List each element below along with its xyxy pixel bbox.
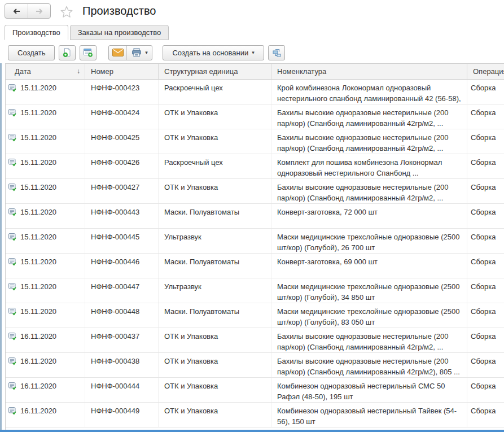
cell-number[interactable]: НФНФ-000447 <box>85 278 159 303</box>
cell-date: 15.11.2020 <box>20 107 56 118</box>
cell-unit[interactable]: Маски. Полуавтоматы <box>159 303 271 328</box>
column-header-date[interactable]: Дата ↓ <box>6 64 85 79</box>
cell-operation[interactable]: Сборка <box>467 328 504 352</box>
window-bottom-edge <box>0 430 504 432</box>
cell-number[interactable]: НФНФ-000438 <box>85 353 159 377</box>
table-row[interactable]: 15.11.2020 НФНФ-000447 Ультразвук Маски … <box>6 278 504 303</box>
cell-operation[interactable]: Сборка <box>467 378 504 402</box>
cell-operation[interactable]: Сборка <box>467 303 504 328</box>
tab-production[interactable]: Производство <box>5 25 68 40</box>
cell-operation[interactable]: Сборка <box>467 254 504 278</box>
cell-nomenclature[interactable]: Бахилы высокие одноразовые нестерильные … <box>271 179 467 203</box>
cell-nomenclature[interactable]: Бахилы высокие одноразовые нестерильные … <box>271 353 467 377</box>
cell-number[interactable]: НФНФ-000445 <box>85 229 159 253</box>
cell-nomenclature[interactable]: Комбинезон одноразовый нестерильный Тайв… <box>271 403 467 427</box>
copy-document-button[interactable] <box>59 45 76 60</box>
table-row[interactable]: 15.11.2020 НФНФ-000427 ОТК и Упаковка Ба… <box>6 179 504 204</box>
cell-unit[interactable]: ОТК и Упаковка <box>159 328 271 352</box>
cell-operation[interactable]: Сборка <box>467 204 504 228</box>
envelope-icon <box>112 49 124 56</box>
page-title: Производство <box>82 5 156 18</box>
column-header-unit[interactable]: Структурная единица <box>159 64 271 79</box>
cell-number[interactable]: НФНФ-000443 <box>85 204 159 228</box>
list-toolbar: Создать <box>0 45 504 60</box>
cell-number[interactable]: НФНФ-000427 <box>85 179 159 203</box>
table-body: 15.11.2020 НФНФ-000423 Раскроечный цех К… <box>6 80 504 431</box>
forward-button[interactable] <box>28 4 50 18</box>
cell-operation[interactable]: Сборка <box>467 80 504 104</box>
cell-number[interactable]: НФНФ-000437 <box>85 328 159 352</box>
column-header-number[interactable]: Номер <box>85 64 159 79</box>
table-row[interactable]: 16.11.2020 НФНФ-000437 ОТК и Упаковка Ба… <box>6 328 504 353</box>
cell-date: 15.11.2020 <box>20 157 56 168</box>
cell-nomenclature[interactable]: Бахилы высокие одноразовые нестерильные … <box>271 129 467 154</box>
favorite-star-icon[interactable] <box>60 5 73 21</box>
table-row[interactable]: 16.11.2020 НФНФ-000438 ОТК и Упаковка Ба… <box>6 353 504 378</box>
cell-operation[interactable]: Сборка <box>467 403 504 427</box>
table-row[interactable]: 15.11.2020 НФНФ-000448 Маски. Полуавтома… <box>6 303 504 328</box>
cell-nomenclature[interactable]: Комбинезон одноразовый нестерильный СМС … <box>271 378 467 402</box>
cell-unit[interactable]: ОТК и Упаковка <box>159 353 271 377</box>
table-row[interactable]: 15.11.2020 НФНФ-000443 Маски. Полуавтома… <box>6 204 504 229</box>
mail-button[interactable] <box>109 46 126 60</box>
cell-nomenclature[interactable]: Конверт-заготовка, 72 000 шт <box>271 204 467 228</box>
cell-unit[interactable]: ОТК и Упаковка <box>159 378 271 402</box>
cell-operation[interactable]: Сборка <box>467 129 504 154</box>
cell-number[interactable]: НФНФ-000425 <box>85 129 159 154</box>
arrow-right-icon <box>34 6 45 16</box>
cell-nomenclature[interactable]: Бахилы высокие одноразовые нестерильные … <box>271 328 467 352</box>
cell-nomenclature[interactable]: Маски медицинские трехслойные одноразовы… <box>271 278 467 303</box>
create-group-button[interactable] <box>80 45 97 60</box>
column-header-operation[interactable]: Операция <box>467 64 504 79</box>
cell-nomenclature[interactable]: Маски медицинские трехслойные одноразовы… <box>271 229 467 253</box>
cell-operation[interactable]: Сборка <box>467 353 504 377</box>
chevron-down-icon: ▾ <box>145 50 148 55</box>
cell-unit[interactable]: ОТК и Упаковка <box>159 129 271 154</box>
cell-operation[interactable]: Сборка <box>467 179 504 203</box>
table-row[interactable]: 15.11.2020 НФНФ-000445 Ультразвук Маски … <box>6 229 504 254</box>
cell-date: 16.11.2020 <box>20 381 56 391</box>
table-row[interactable]: 15.11.2020 НФНФ-000423 Раскроечный цех К… <box>6 80 504 104</box>
cell-number[interactable]: НФНФ-000426 <box>85 154 159 178</box>
back-button[interactable] <box>5 4 28 18</box>
table-row[interactable]: 16.11.2020 НФНФ-000449 ОТК и Упаковка Ко… <box>6 403 504 427</box>
create-based-on-button[interactable]: Создать на основании ▾ <box>163 45 264 60</box>
cell-unit[interactable]: Ультразвук <box>159 229 271 253</box>
cell-unit[interactable]: ОТК и Упаковка <box>159 403 271 427</box>
printer-icon <box>132 48 142 57</box>
cell-number[interactable]: НФНФ-000446 <box>85 254 159 278</box>
cell-unit[interactable]: ОТК и Упаковка <box>159 104 271 129</box>
cell-operation[interactable]: Сборка <box>467 154 504 178</box>
cell-unit[interactable]: ОТК и Упаковка <box>159 179 271 203</box>
create-button[interactable]: Создать <box>8 45 55 60</box>
cell-number[interactable]: НФНФ-000423 <box>85 80 159 104</box>
cell-unit[interactable]: Маски. Полуавтоматы <box>159 254 271 278</box>
cell-operation[interactable]: Сборка <box>467 278 504 303</box>
print-button[interactable]: ▾ <box>126 46 152 60</box>
table-row[interactable]: 15.11.2020 НФНФ-000424 ОТК и Упаковка Ба… <box>6 104 504 129</box>
table-row[interactable]: 16.11.2020 НФНФ-000444 ОТК и Упаковка Ко… <box>6 378 504 403</box>
cell-nomenclature[interactable]: Крой комбинезона Локонормал одноразовый … <box>271 80 467 104</box>
history-nav <box>5 3 51 19</box>
cell-unit[interactable]: Раскроечный цех <box>159 80 271 104</box>
cell-unit[interactable]: Раскроечный цех <box>159 154 271 178</box>
cell-operation[interactable]: Сборка <box>467 104 504 129</box>
cell-nomenclature[interactable]: Маски медицинские трехслойные одноразовы… <box>271 303 467 328</box>
table-row[interactable]: 15.11.2020 НФНФ-000425 ОТК и Упаковка Ба… <box>6 129 504 154</box>
cell-number[interactable]: НФНФ-000424 <box>85 104 159 129</box>
document-posted-icon <box>8 108 17 120</box>
table-row[interactable]: 15.11.2020 НФНФ-000446 Маски. Полуавтома… <box>6 254 504 278</box>
cell-nomenclature[interactable]: Конверт-заготовка, 69 000 шт <box>271 254 467 278</box>
cell-nomenclature[interactable]: Комплект для пошива комбинезона Локонорм… <box>271 154 467 178</box>
table-row[interactable]: 15.11.2020 НФНФ-000426 Раскроечный цех К… <box>6 154 504 179</box>
column-header-nomenclature[interactable]: Номенклатура <box>271 64 467 79</box>
hierarchy-view-button[interactable] <box>268 45 285 60</box>
cell-number[interactable]: НФНФ-000449 <box>85 403 159 427</box>
cell-nomenclature[interactable]: Бахилы высокие одноразовые нестерильные … <box>271 104 467 129</box>
cell-operation[interactable]: Сборка <box>467 229 504 253</box>
cell-number[interactable]: НФНФ-000444 <box>85 378 159 402</box>
cell-unit[interactable]: Ультразвук <box>159 278 271 303</box>
tab-production-orders[interactable]: Заказы на производство <box>70 25 169 40</box>
cell-number[interactable]: НФНФ-000448 <box>85 303 159 328</box>
cell-unit[interactable]: Маски. Полуавтоматы <box>159 204 271 228</box>
